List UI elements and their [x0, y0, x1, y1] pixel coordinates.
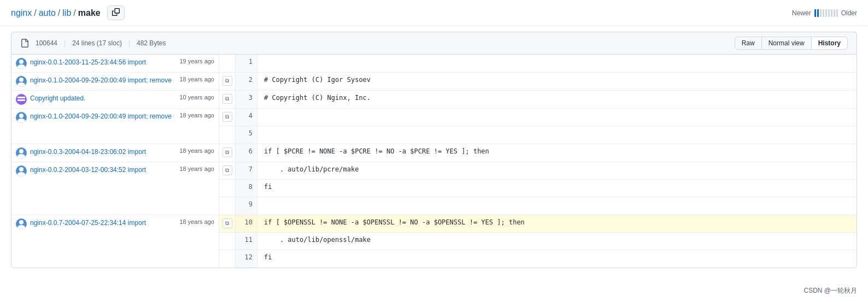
blame-row-6: nginx-0.0.2-2004-03-12-00:34:52 import 1…	[11, 162, 857, 215]
multi-lines-6: ⧉ 7 . auto/lib/pcre/make 8 fi 9	[219, 162, 857, 215]
diff-icon-3[interactable]: ⧉	[222, 94, 232, 104]
blame-row-5: nginx-0.0.3-2004-04-18-23:06:02 import 1…	[11, 144, 857, 162]
avatar-2	[16, 76, 27, 87]
line-code-3: # Copyright (C) Nginx, Inc.	[257, 91, 857, 108]
svg-point-8	[19, 149, 24, 153]
commit-msg-3[interactable]: Copyright updated.	[30, 94, 85, 102]
normal-view-button[interactable]: Normal view	[762, 37, 812, 50]
commit-time-5: 18 years ago	[175, 147, 214, 154]
commit-time-3: 10 years ago	[175, 94, 214, 100]
newer-label: Newer	[792, 9, 811, 17]
line-num-3: 3	[236, 91, 257, 108]
commit-msg-1[interactable]: nginx-0.0.1-2003-11-25-23:44:56 import	[30, 58, 146, 66]
line-num-6: 6	[236, 144, 257, 162]
diff-btn-6c-empty	[219, 197, 236, 215]
file-meta: 100644 | 24 lines (17 sloc) | 482 Bytes	[20, 39, 166, 48]
line-code-12: fi	[257, 250, 857, 268]
svg-point-9	[17, 154, 25, 158]
commit-msg-7[interactable]: nginx-0.0.7-2004-07-25-22:34:14 import	[30, 219, 146, 227]
diff-btn-6a[interactable]: ⧉	[219, 162, 236, 179]
line-row-9: 9	[219, 197, 857, 215]
svg-point-10	[19, 167, 24, 171]
diff-btn-2[interactable]: ⧉	[219, 73, 236, 90]
line-code-6: if [ $PCRE != NONE -a $PCRE != NO -a $PC…	[257, 144, 857, 162]
blame-commit-3: Copyright updated. 10 years ago	[11, 91, 219, 108]
line-row-10: ⧉ 10 if [ $OPENSSL != NONE -a $OPENSSL !…	[219, 215, 857, 233]
copy-path-button[interactable]	[107, 5, 125, 20]
svg-point-6	[19, 114, 24, 118]
line-row-5: 5	[219, 126, 857, 144]
raw-button[interactable]: Raw	[735, 37, 762, 50]
file-lines: 24 lines (17 sloc)	[72, 39, 122, 47]
commit-time-4: 18 years ago	[175, 112, 214, 119]
commit-msg-6[interactable]: nginx-0.0.2-2004-03-12-00:34:52 import	[30, 166, 146, 174]
commit-time-6: 18 years ago	[175, 165, 214, 172]
sep3: /	[73, 8, 75, 18]
avatar-1	[16, 58, 27, 69]
line-code-11: . auto/lib/openssl/make	[257, 233, 857, 250]
line-code-10: if [ $OPENSSL != NONE -a $OPENSSL != NO …	[257, 215, 857, 232]
blame-commit-6: nginx-0.0.2-2004-03-12-00:34:52 import 1…	[11, 162, 219, 215]
commit-msg-2[interactable]: nginx-0.1.0-2004-09-29-20:00:49 import; …	[30, 76, 172, 84]
diff-icon-6a[interactable]: ⧉	[222, 165, 232, 175]
breadcrumb: nginx / auto / lib / make	[11, 5, 125, 20]
blame-nav: Newer Older	[792, 9, 857, 17]
commit-info-4: nginx-0.1.0-2004-09-29-20:00:49 import; …	[30, 112, 172, 120]
line-code-5	[257, 126, 857, 144]
bar3	[820, 9, 822, 17]
file-size: 482 Bytes	[137, 39, 166, 47]
sep2: /	[58, 8, 60, 18]
diff-btn-3[interactable]: ⧉	[219, 91, 236, 108]
line-code-1	[257, 55, 857, 72]
diff-icon-7a[interactable]: ⧉	[222, 218, 232, 228]
svg-point-2	[19, 78, 24, 82]
commit-msg-4[interactable]: nginx-0.1.0-2004-09-29-20:00:49 import; …	[30, 112, 172, 120]
line-code-8: fi	[257, 180, 857, 197]
older-label: Older	[841, 9, 857, 17]
blame-row-1: nginx-0.0.1-2003-11-25-23:44:56 import 1…	[11, 55, 857, 73]
multi-lines-7: ⧉ 10 if [ $OPENSSL != NONE -a $OPENSSL !…	[219, 215, 857, 268]
breadcrumb-lib[interactable]: lib	[62, 8, 71, 18]
blame-row-2: nginx-0.1.0-2004-09-29-20:00:49 import; …	[11, 73, 857, 91]
diff-icon-5[interactable]: ⧉	[222, 147, 232, 157]
commit-info-1: nginx-0.0.1-2003-11-25-23:44:56 import	[30, 58, 172, 66]
file-icon	[20, 39, 29, 48]
bar9	[836, 9, 838, 17]
line-num-2: 2	[236, 73, 257, 90]
diff-btn-5[interactable]: ⧉	[219, 144, 236, 162]
bar4	[823, 9, 824, 17]
history-button[interactable]: History	[812, 37, 848, 50]
svg-rect-5	[17, 99, 25, 101]
blame-commit-2: nginx-0.1.0-2004-09-29-20:00:49 import; …	[11, 73, 219, 90]
svg-point-7	[17, 119, 25, 123]
line-row-11: 11 . auto/lib/openssl/make	[219, 233, 857, 250]
diff-btn-6b-empty	[219, 180, 236, 197]
blame-commit-7: nginx-0.0.7-2004-07-25-22:34:14 import 1…	[11, 215, 219, 268]
diff-btn-5-empty	[219, 126, 236, 144]
diff-btn-4[interactable]: ⧉	[219, 109, 236, 126]
breadcrumb-nginx[interactable]: nginx	[11, 8, 32, 18]
line-num-7: 7	[236, 162, 257, 179]
commit-info-3: Copyright updated.	[30, 94, 172, 102]
bar7	[831, 9, 832, 17]
bar1	[814, 9, 816, 17]
blame-lines-5: ⧉ 6 if [ $PCRE != NONE -a $PCRE != NO -a…	[219, 144, 857, 162]
diff-icon-4[interactable]: ⧉	[222, 112, 232, 122]
blame-commit-4: nginx-0.1.0-2004-09-29-20:00:49 import; …	[11, 109, 219, 144]
svg-point-13	[17, 225, 25, 229]
commit-msg-5[interactable]: nginx-0.0.3-2004-04-18-23:06:02 import	[30, 148, 146, 156]
blame-lines-2: ⧉ 2 # Copyright (C) Igor Sysoev	[219, 73, 857, 90]
blame-lines-3: ⧉ 3 # Copyright (C) Nginx, Inc.	[219, 91, 857, 108]
line-num-12: 12	[236, 250, 257, 268]
bar2	[817, 9, 819, 17]
commit-info-5: nginx-0.0.3-2004-04-18-23:06:02 import	[30, 147, 172, 156]
diff-btn-7a[interactable]: ⧉	[219, 215, 236, 232]
bar6	[828, 9, 830, 17]
file-header: 100644 | 24 lines (17 sloc) | 482 Bytes …	[11, 32, 857, 54]
line-code-2: # Copyright (C) Igor Sysoev	[257, 73, 857, 90]
blame-table: nginx-0.0.1-2003-11-25-23:44:56 import 1…	[11, 54, 857, 268]
diff-icon-2[interactable]: ⧉	[222, 76, 232, 86]
line-row-12: 12 fi	[219, 250, 857, 268]
blame-row-7: nginx-0.0.7-2004-07-25-22:34:14 import 1…	[11, 215, 857, 268]
breadcrumb-auto[interactable]: auto	[39, 8, 56, 18]
